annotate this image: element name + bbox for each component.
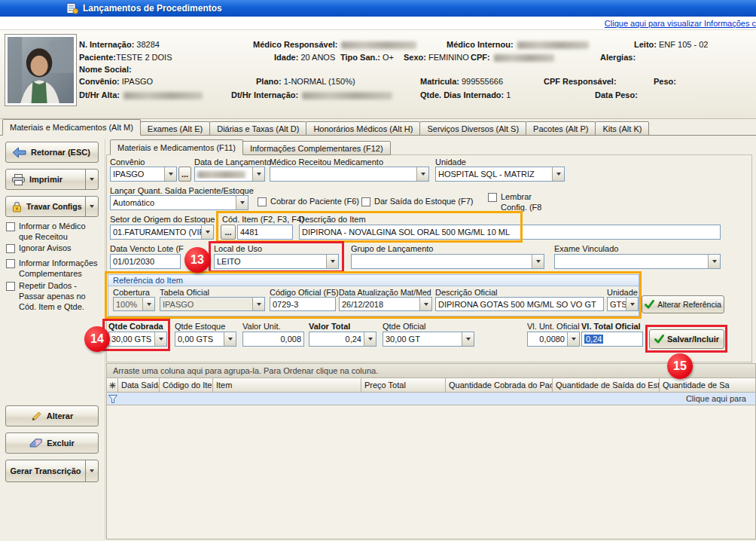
chevron-down-icon[interactable] [236, 196, 248, 209]
tab-informacoes-f12[interactable]: Informações Complementares (F12) [242, 141, 391, 155]
codigo-oficial-input[interactable]: 0729-3 [270, 297, 336, 311]
checkbox-cobrar-paciente[interactable]: Cobrar do Paciente (F6) [258, 197, 359, 207]
chevron-down-icon[interactable] [532, 255, 544, 268]
field-leito: Leito:ENF 105 - 02 [634, 40, 708, 49]
sexo-label: Sexo: [404, 53, 426, 62]
qtde-cobrada-label: Qtde Cobrada [108, 322, 163, 331]
tab-kits[interactable]: Kits (Alt K) [595, 121, 649, 136]
valor-total-combo[interactable]: 0,24 [309, 332, 376, 347]
plano-label: Plano: [256, 77, 282, 86]
tab-pacotes[interactable]: Pacotes (Alt P) [526, 121, 596, 136]
qtde-cobrada-combo[interactable]: 30,00 GTS [108, 332, 167, 347]
referencia-title: Referência do Item [108, 275, 639, 286]
cod-item-input[interactable]: 4481 [237, 225, 293, 240]
valor-unit-input[interactable]: 0,008 [242, 332, 304, 347]
vl-total-oficial-input[interactable]: 0,24 [581, 332, 643, 347]
chevron-down-icon[interactable] [252, 167, 264, 181]
col-codigo-do-item[interactable]: Código do Item [160, 378, 213, 392]
chevron-down-icon[interactable] [201, 225, 213, 239]
chevron-down-icon[interactable] [419, 298, 431, 310]
setor-origem-combo[interactable]: 01.FATURAMENTO (VIRT [110, 225, 214, 240]
tab-materiais-f11[interactable]: Materiais e Medicamentos (F11) [110, 139, 243, 155]
travar-configs-button[interactable]: Travar Configs [5, 196, 99, 217]
grupo-lancamento-combo[interactable] [351, 254, 544, 269]
chevron-down-icon[interactable] [364, 332, 376, 346]
tab-materiais-medicamentos[interactable]: Materiais e Medicamentos (Alt M) [2, 119, 141, 136]
grid-group-hint[interactable]: Arraste uma coluna aqui para agrupa-la. … [106, 363, 756, 378]
unidade-field-label: Unidade [435, 157, 466, 167]
visualizar-informacoes-link[interactable]: Clique aqui para visualizar Informações … [605, 19, 756, 28]
checkbox-repetir-dados[interactable]: Repetir Dados - Passar apenas no Cód. It… [6, 281, 101, 312]
chevron-down-icon[interactable] [626, 298, 638, 310]
col-preco-total[interactable]: Preço Total [361, 378, 446, 392]
checkbox-box [6, 259, 15, 268]
tabela-oficial-combo[interactable]: IPASGO [160, 297, 265, 311]
cod-item-browse-button[interactable]: ... [221, 225, 236, 240]
chevron-down-icon[interactable] [164, 167, 176, 181]
unidade-oficial-combo[interactable]: GTS [607, 297, 639, 311]
chevron-down-icon[interactable] [552, 167, 564, 181]
descricao-item-input[interactable]: DIPIRONA - NOVALGINA SOL ORAL 500 MG/ML … [299, 225, 721, 240]
cobertura-combo[interactable]: 100% [113, 297, 155, 311]
redacted-value [197, 171, 245, 179]
checkbox-dar-saida[interactable]: Dar Saída do Estoque (F7) [361, 197, 473, 207]
chevron-down-icon[interactable] [567, 332, 579, 346]
chevron-down-icon[interactable] [416, 167, 428, 181]
imprimir-button[interactable]: Imprimir [5, 169, 99, 190]
tab-servicos-diversos[interactable]: Serviços Diversos (Alt S) [419, 121, 526, 136]
tab-honorarios-medicos[interactable]: Honorários Médicos (Alt H) [306, 121, 420, 136]
chevron-down-icon[interactable] [252, 298, 264, 310]
convenio-browse-button[interactable]: ... [178, 167, 191, 182]
checkbox-ignorar-avisos[interactable]: Ignorar Avisos [6, 243, 101, 254]
col-quantidade-saida[interactable]: Quantidade de Saída do Estoque [553, 378, 660, 392]
lancar-quant-combo[interactable]: Automático [110, 195, 248, 210]
tab-exames[interactable]: Exames (Alt E) [140, 121, 210, 136]
col-quantidade-sa[interactable]: Quantidade de Sa [660, 378, 755, 392]
alterar-button[interactable]: Alterar [5, 405, 99, 426]
chevron-down-icon[interactable] [154, 332, 166, 346]
tabela-oficial-value: IPASGO [160, 300, 252, 309]
checkbox-lembrar-config[interactable]: Lembrar Config. (F8 [488, 192, 547, 213]
grid-header: Data Saída Código do Item Item Preço Tot… [106, 378, 756, 393]
data-lancamento-value [195, 170, 252, 179]
data-atualizacao-combo[interactable]: 26/12/2018 [339, 297, 432, 311]
qtde-oficial-combo[interactable]: 30,00 GT [383, 332, 474, 347]
chevron-down-icon[interactable] [142, 298, 154, 310]
annotation-badge-13: 13 [184, 247, 210, 273]
qtde-dias-label: Qtde. Dias Internado: [420, 90, 504, 99]
funnel-icon[interactable] [108, 395, 117, 403]
field-tipo-san: Tipo San.:O+ [340, 53, 394, 62]
checkbox-box [258, 197, 267, 206]
gerar-transcricao-button[interactable]: Gerar Transcrição [5, 460, 99, 482]
chevron-down-icon[interactable] [326, 255, 338, 268]
exame-vinculado-combo[interactable] [554, 254, 721, 269]
chevron-down-icon[interactable] [708, 255, 720, 268]
col-quantidade-cobrada[interactable]: Quantidade Cobrada do Paciente [446, 378, 553, 392]
checkbox-informar-informacoes[interactable]: Informar Informações Complementares [6, 258, 101, 280]
travar-dropdown-arrow[interactable] [85, 197, 98, 216]
data-vencto-input[interactable]: 01/01/2030 [110, 254, 181, 269]
unidade-combo[interactable]: HOSPITAL SQL - MATRIZ [435, 167, 565, 182]
alterar-referencia-button[interactable]: Alterar Referência [642, 295, 724, 313]
local-uso-combo[interactable]: LEITO [214, 254, 339, 269]
tab-diarias-taxas[interactable]: Diárias e Taxas (Alt D) [209, 121, 306, 136]
chevron-down-icon[interactable] [462, 332, 474, 346]
retornar-button[interactable]: Retornar (ESC) [5, 142, 99, 163]
col-data-saida[interactable]: Data Saída [118, 378, 160, 392]
local-uso-label: Local de Uso [214, 244, 262, 253]
grid-body-empty[interactable] [106, 405, 756, 539]
salvar-incluir-button[interactable]: Salvar/Incluir [649, 329, 724, 349]
descricao-oficial-input[interactable]: DIPIRONA GOTAS 500 MG/ML SO VO GT [435, 297, 604, 311]
qtde-estoque-combo[interactable]: 0,00 GTS [175, 332, 236, 347]
chevron-down-icon[interactable] [224, 332, 236, 346]
medico-receitou-combo[interactable] [270, 167, 429, 182]
excluir-button[interactable]: Excluir [5, 432, 99, 454]
vl-unt-oficial-combo[interactable]: 0,0080 [527, 332, 580, 347]
data-lancamento-combo[interactable] [194, 167, 265, 182]
gerar-dropdown-arrow[interactable] [85, 460, 98, 481]
col-item[interactable]: Item [213, 378, 361, 392]
imprimir-dropdown-arrow[interactable] [85, 170, 98, 189]
grid-new-row[interactable]: Clique aqui para [106, 393, 756, 405]
checkbox-informar-medico[interactable]: Informar o Médico que Receitou [6, 222, 101, 243]
convenio-combo[interactable]: IPASGO [110, 167, 177, 182]
